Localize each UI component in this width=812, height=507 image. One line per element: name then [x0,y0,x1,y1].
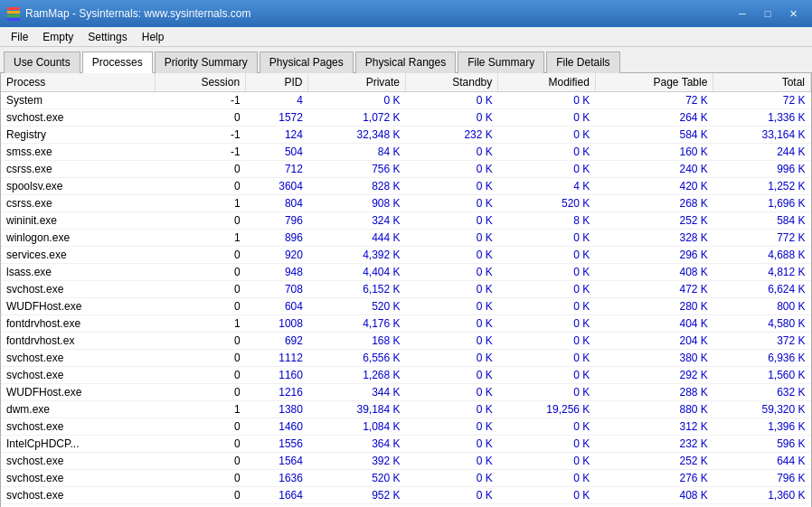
tab-physical-pages[interactable]: Physical Pages [260,52,354,73]
table-row[interactable]: services.exe09204,392 K0 K0 K296 K4,688 … [1,247,811,264]
menu-settings[interactable]: Settings [80,28,134,46]
cell-total: 372 K [713,333,811,350]
table-row[interactable]: wininit.exe0796324 K0 K8 K252 K584 K [1,212,811,230]
cell-total: 800 K [713,298,811,315]
tab-file-summary[interactable]: File Summary [458,52,544,73]
table-body: System-140 K0 K0 K72 K72 Ksvchost.exe015… [1,92,811,504]
table-container[interactable]: Process Session PID Private Standby Modi… [1,73,811,507]
table-row[interactable]: IntelCpHDCP...01556364 K0 K0 K232 K596 K [1,436,811,453]
cell-process: svchost.exe [1,367,156,384]
cell-process: fontdrvhost.exe [1,315,156,333]
cell-private: 324 K [308,212,406,230]
col-modified[interactable]: Modified [498,73,596,92]
table-row[interactable]: Registry-112432,348 K232 K0 K584 K33,164… [1,127,811,144]
cell-session: 1 [156,230,246,247]
cell-standby: 0 K [406,281,498,298]
table-row[interactable]: dwm.exe1138039,184 K0 K19,256 K880 K59,3… [1,401,811,418]
cell-total: 6,624 K [713,281,811,298]
cell-modified: 0 K [498,298,596,315]
table-row[interactable]: svchost.exe01664952 K0 K0 K408 K1,360 K [1,487,811,504]
cell-process: svchost.exe [1,281,156,298]
menu-empty[interactable]: Empty [35,28,80,46]
tab-priority-summary[interactable]: Priority Summary [155,52,258,73]
table-row[interactable]: svchost.exe011601,268 K0 K0 K292 K1,560 … [1,367,811,384]
cell-modified: 19,256 K [498,401,596,418]
cell-standby: 0 K [406,264,498,281]
table-row[interactable]: winlogon.exe1896444 K0 K0 K328 K772 K [1,230,811,247]
cell-pid: 804 [246,195,308,212]
cell-process: svchost.exe [1,109,156,127]
cell-total: 1,252 K [713,178,811,195]
cell-pid: 1556 [246,436,308,453]
tab-use-counts[interactable]: Use Counts [4,52,80,73]
cell-session: -1 [156,144,246,161]
tab-processes[interactable]: Processes [82,52,153,73]
cell-standby: 0 K [406,418,498,436]
cell-total: 1,336 K [713,109,811,127]
cell-pid: 3604 [246,178,308,195]
col-pid[interactable]: PID [246,73,308,92]
col-standby[interactable]: Standby [406,73,498,92]
cell-total: 632 K [713,384,811,401]
cell-total: 1,696 K [713,195,811,212]
maximize-button[interactable]: □ [756,5,779,23]
table-row[interactable]: fontdrvhost.ex0692168 K0 K0 K204 K372 K [1,333,811,350]
table-row[interactable]: svchost.exe014601,084 K0 K0 K312 K1,396 … [1,418,811,436]
table-row[interactable]: System-140 K0 K0 K72 K72 K [1,92,811,109]
tab-physical-ranges[interactable]: Physical Ranges [355,52,456,73]
table-row[interactable]: svchost.exe015721,072 K0 K0 K264 K1,336 … [1,109,811,127]
col-session[interactable]: Session [156,73,246,92]
cell-session: 0 [156,418,246,436]
cell-pagetable: 268 K [595,195,713,212]
cell-pid: 1380 [246,401,308,418]
table-row[interactable]: svchost.exe011126,556 K0 K0 K380 K6,936 … [1,350,811,367]
title-bar: RamMap - Sysinternals: www.sysinternals.… [0,0,812,27]
cell-modified: 0 K [498,144,596,161]
cell-total: 1,360 K [713,487,811,504]
minimize-button[interactable]: ─ [731,5,754,23]
col-private[interactable]: Private [308,73,406,92]
cell-process: csrss.exe [1,161,156,178]
cell-pid: 712 [246,161,308,178]
cell-private: 0 K [308,92,406,109]
table-row[interactable]: fontdrvhost.exe110084,176 K0 K0 K404 K4,… [1,315,811,333]
table-row[interactable]: smss.exe-150484 K0 K0 K160 K244 K [1,144,811,161]
cell-total: 1,560 K [713,367,811,384]
col-total[interactable]: Total [713,73,811,92]
cell-process: IntelCpHDCP... [1,436,156,453]
cell-pagetable: 472 K [595,281,713,298]
table-row[interactable]: csrss.exe1804908 K0 K520 K268 K1,696 K [1,195,811,212]
cell-standby: 0 K [406,487,498,504]
cell-private: 39,184 K [308,401,406,418]
menu-file[interactable]: File [4,28,35,46]
col-process[interactable]: Process [1,73,156,92]
menu-help[interactable]: Help [135,28,172,46]
cell-session: 0 [156,470,246,487]
cell-pagetable: 328 K [595,230,713,247]
table-row[interactable]: WUDFHost.exe0604520 K0 K0 K280 K800 K [1,298,811,315]
close-button[interactable]: ✕ [781,5,805,23]
table-row[interactable]: svchost.exe07086,152 K0 K0 K472 K6,624 K [1,281,811,298]
cell-session: -1 [156,127,246,144]
col-pagetable[interactable]: Page Table [595,73,713,92]
cell-standby: 0 K [406,109,498,127]
table-row[interactable]: svchost.exe01564392 K0 K0 K252 K644 K [1,453,811,470]
tab-file-details[interactable]: File Details [546,52,619,73]
cell-standby: 232 K [406,127,498,144]
cell-process: smss.exe [1,144,156,161]
cell-pid: 504 [246,144,308,161]
cell-pid: 1112 [246,350,308,367]
table-row[interactable]: spoolsv.exe03604828 K0 K4 K420 K1,252 K [1,178,811,195]
cell-pagetable: 296 K [595,247,713,264]
cell-session: 0 [156,212,246,230]
cell-modified: 0 K [498,230,596,247]
cell-standby: 0 K [406,230,498,247]
cell-standby: 0 K [406,470,498,487]
table-row[interactable]: WUDFHost.exe01216344 K0 K0 K288 K632 K [1,384,811,401]
table-row[interactable]: csrss.exe0712756 K0 K0 K240 K996 K [1,161,811,178]
table-row[interactable]: svchost.exe01636520 K0 K0 K276 K796 K [1,470,811,487]
cell-session: 0 [156,453,246,470]
table-row[interactable]: lsass.exe09484,404 K0 K0 K408 K4,812 K [1,264,811,281]
cell-private: 1,072 K [308,109,406,127]
cell-process: lsass.exe [1,264,156,281]
